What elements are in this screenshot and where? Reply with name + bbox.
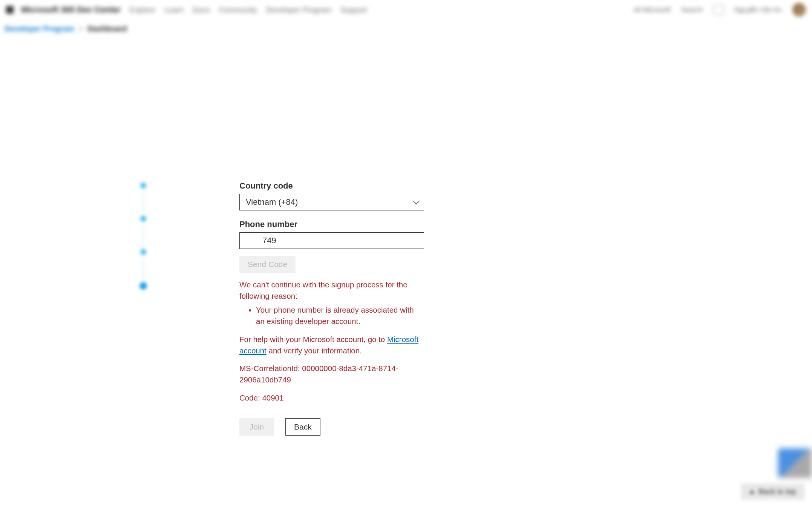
action-row: Join Back [239, 418, 424, 436]
error-help-text: For help with your Microsoft account, go… [239, 334, 424, 356]
nav-username: Nguyễn Văn An [734, 6, 782, 14]
nav-explore[interactable]: Explore [130, 6, 155, 14]
nav-community[interactable]: Community [219, 6, 257, 14]
error-reason-list: Your phone number is already associated … [239, 304, 424, 327]
country-code-value: Vietnam (+84) [246, 197, 298, 207]
country-code-label: Country code [239, 181, 424, 191]
back-button[interactable]: Back [285, 418, 320, 436]
search-icon[interactable] [713, 5, 724, 15]
error-reason-item: Your phone number is already associated … [256, 304, 424, 327]
back-to-top-label: Back to top [758, 487, 796, 496]
error-block: We can't continue with the signup proces… [239, 279, 424, 403]
stepper-line [143, 256, 144, 281]
brand-title[interactable]: Microsoft 365 Dev Center [21, 5, 121, 15]
error-correlation-id: MS-CorrelationId: 00000000-8da3-471a-871… [239, 363, 424, 385]
step-dot-3 [140, 249, 146, 255]
recaptcha-badge [778, 448, 812, 478]
error-intro: We can't continue with the signup proces… [239, 279, 424, 301]
error-help-suffix: and verify your information. [267, 346, 362, 355]
nav-all-microsoft[interactable]: All Microsoft [634, 6, 671, 14]
avatar[interactable] [792, 3, 806, 17]
breadcrumb-current: Dashboard [87, 25, 127, 33]
nav-right: All Microsoft Search Nguyễn Văn An [634, 3, 806, 17]
arrow-up-icon [749, 490, 755, 494]
phone-number-label: Phone number [239, 219, 424, 229]
waffle-icon[interactable] [6, 6, 14, 14]
top-nav: Microsoft 365 Dev Center Explore Learn D… [0, 0, 812, 20]
phone-verification-form: Country code Vietnam (+84) Phone number … [239, 181, 424, 436]
step-dot-1 [140, 183, 146, 189]
nav-docs[interactable]: Docs [193, 6, 210, 14]
back-to-top-button[interactable]: Back to top [741, 484, 804, 500]
stepper-line [143, 223, 144, 247]
chevron-down-icon [413, 198, 420, 204]
country-code-select[interactable]: Vietnam (+84) [239, 194, 424, 210]
breadcrumb-separator: > [79, 25, 83, 33]
phone-number-input[interactable]: 749 [239, 232, 424, 249]
step-dot-2 [140, 216, 146, 222]
error-code: Code: 40901 [239, 392, 424, 404]
error-help-prefix: For help with your Microsoft account, go… [239, 335, 387, 344]
phone-number-value: 749 [262, 236, 276, 246]
nav-developer-program[interactable]: Developer Program [266, 6, 331, 14]
breadcrumb: Developer Program > Dashboard [0, 20, 812, 38]
join-button[interactable]: Join [239, 418, 274, 436]
signup-stepper [139, 181, 147, 291]
step-dot-4 [139, 282, 147, 290]
send-code-button[interactable]: Send Code [239, 256, 296, 273]
breadcrumb-link-developer-program[interactable]: Developer Program [5, 25, 74, 33]
nav-learn[interactable]: Learn [164, 6, 184, 14]
stepper-line [143, 190, 144, 214]
nav-search[interactable]: Search [681, 6, 703, 14]
nav-support[interactable]: Support [340, 6, 367, 14]
